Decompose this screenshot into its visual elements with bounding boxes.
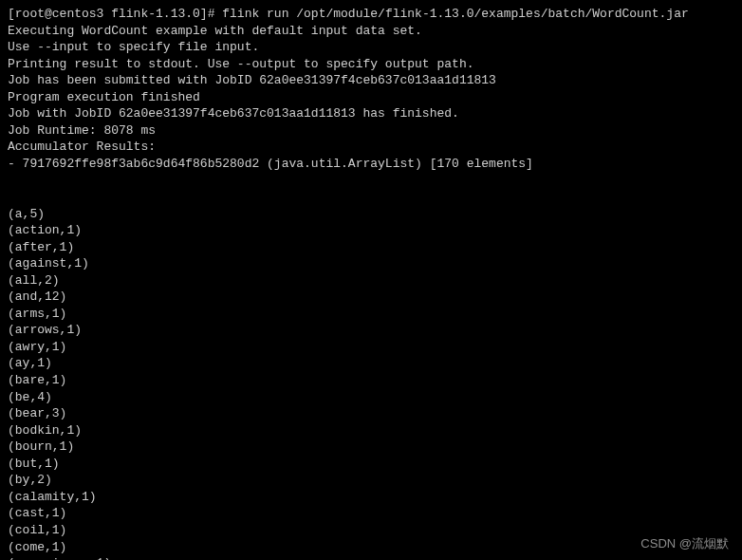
output-line: Printing result to stdout. Use --output …: [8, 56, 734, 73]
output-line: Job with JobID 62a0ee31397f4ceb637c013aa…: [8, 105, 734, 122]
result-line: (bare,1): [8, 372, 734, 389]
result-line: (ay,1): [8, 355, 734, 372]
result-line: (conscience,1): [8, 555, 734, 560]
result-line: (bodkin,1): [8, 422, 734, 439]
output-line: Job Runtime: 8078 ms: [8, 122, 734, 140]
output-line: Job has been submitted with JobID 62a0ee…: [8, 72, 734, 89]
result-line: (arms,1): [8, 306, 734, 323]
result-line: (but,1): [8, 456, 734, 473]
result-line: (awry,1): [8, 339, 734, 356]
watermark-text: CSDN @流烟默: [640, 535, 729, 552]
prompt-user-host: [root@centos3 flink-1.13.0]#: [8, 7, 214, 21]
output-line: Executing WordCount example with default…: [8, 23, 734, 40]
result-line: (bourn,1): [8, 439, 734, 456]
result-line: (bear,3): [8, 405, 734, 422]
command-text: flink run /opt/module/flink-1.13.0/examp…: [222, 7, 688, 21]
output-line: Program execution finished: [8, 89, 734, 106]
result-line: (arrows,1): [8, 322, 734, 339]
prompt-line[interactable]: [root@centos3 flink-1.13.0]# flink run /…: [8, 6, 734, 23]
result-line: (cast,1): [8, 505, 734, 522]
blank-line: [8, 189, 734, 206]
output-line: Accumulator Results:: [8, 139, 734, 156]
result-line: (come,1): [8, 539, 734, 556]
result-line: (and,12): [8, 289, 734, 306]
result-line: (after,1): [8, 239, 734, 256]
result-line: (all,2): [8, 272, 734, 289]
result-line: (a,5): [8, 206, 734, 223]
blank-line: [8, 172, 734, 189]
result-line: (against,1): [8, 255, 734, 272]
result-line: (be,4): [8, 389, 734, 406]
result-line: (action,1): [8, 222, 734, 239]
result-line: (calamity,1): [8, 489, 734, 506]
result-line: (by,2): [8, 472, 734, 489]
output-line: - 7917692ffe98f3ab6c9d64f86b5280d2 (java…: [8, 156, 734, 173]
result-line: (coil,1): [8, 522, 734, 539]
output-line: Use --input to specify file input.: [8, 39, 734, 56]
